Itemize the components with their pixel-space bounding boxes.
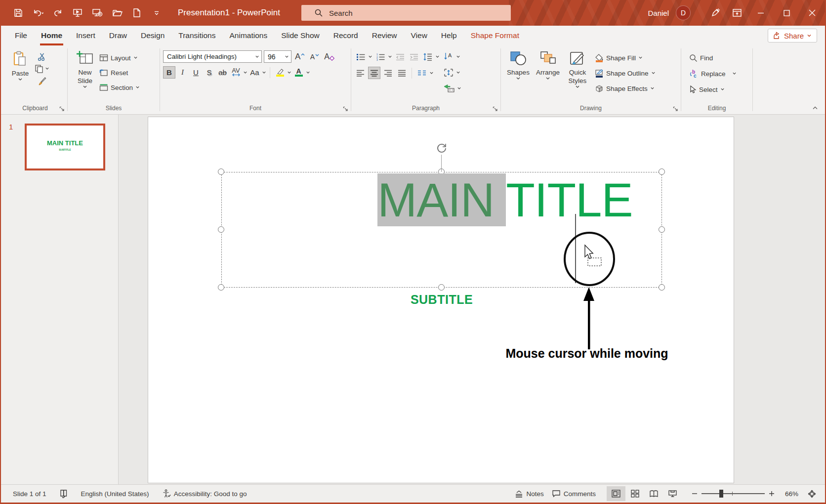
decrease-indent-button[interactable] — [394, 50, 406, 63]
account-area[interactable]: Daniel D — [648, 5, 691, 20]
columns-button[interactable] — [415, 67, 428, 79]
start-slideshow-button[interactable] — [69, 4, 86, 21]
zoom-slider-handle[interactable] — [719, 490, 723, 498]
align-center-button[interactable] — [368, 67, 380, 79]
tab-shape-format[interactable]: Shape Format — [464, 26, 526, 45]
shape-fill-button[interactable]: Shape Fill — [595, 51, 656, 64]
zoom-percentage[interactable]: 66% — [778, 490, 798, 498]
underline-button[interactable]: U — [190, 66, 202, 79]
bold-button[interactable]: B — [163, 66, 175, 79]
collapse-ribbon-button[interactable] — [812, 106, 818, 110]
normal-view-button[interactable] — [607, 486, 625, 501]
maximize-button[interactable] — [774, 0, 799, 26]
tab-transitions[interactable]: Transitions — [171, 26, 222, 45]
close-button[interactable] — [799, 0, 825, 26]
quick-styles-icon — [569, 50, 586, 66]
ribbon-display-options-button[interactable] — [726, 4, 748, 22]
tab-home[interactable]: Home — [34, 26, 69, 45]
clipboard-dialog-launcher[interactable] — [59, 106, 65, 112]
tab-animations[interactable]: Animations — [222, 26, 274, 45]
font-size-combobox[interactable]: 96 — [264, 50, 291, 63]
layout-button[interactable]: Layout — [99, 51, 140, 64]
shape-outline-button[interactable]: Shape Outline — [595, 67, 656, 80]
section-button[interactable]: Section — [99, 81, 140, 94]
fit-to-window-button[interactable] — [802, 486, 821, 501]
language-indicator[interactable]: English (United States) — [77, 490, 153, 498]
decrease-font-size-button[interactable]: A — [308, 50, 321, 63]
font-dialog-launcher[interactable] — [343, 106, 348, 112]
italic-button[interactable]: I — [176, 66, 189, 79]
copy-button[interactable] — [35, 64, 49, 73]
tab-file[interactable]: File — [8, 26, 34, 45]
font-family-combobox[interactable]: Calibri Light (Headings) — [163, 50, 262, 63]
convert-to-smartart-button[interactable] — [444, 82, 461, 95]
minimize-button[interactable] — [748, 0, 774, 26]
redo-button[interactable] — [49, 4, 66, 21]
clear-formatting-button[interactable]: A — [323, 50, 336, 63]
tab-view[interactable]: View — [404, 26, 434, 45]
numbering-button[interactable]: 123 — [374, 50, 386, 63]
search-input[interactable]: Search — [301, 5, 511, 21]
quick-styles-button[interactable]: Quick Styles — [563, 47, 592, 89]
character-spacing-button[interactable]: AV — [230, 66, 242, 79]
comments-button[interactable]: Comments — [548, 490, 600, 498]
shape-effects-button[interactable]: Shape Effects — [595, 82, 656, 95]
select-button[interactable]: Select — [689, 83, 725, 96]
zoom-out-button[interactable] — [692, 491, 698, 497]
reading-view-button[interactable] — [644, 486, 663, 501]
tab-help[interactable]: Help — [434, 26, 464, 45]
justify-button[interactable] — [396, 67, 408, 79]
tab-design[interactable]: Design — [134, 26, 171, 45]
tab-record[interactable]: Record — [327, 26, 365, 45]
text-shadow-button[interactable]: S — [203, 66, 215, 79]
change-case-button[interactable]: Aa — [248, 66, 261, 79]
format-painter-button[interactable] — [35, 76, 49, 86]
zoom-in-button[interactable] — [769, 491, 775, 497]
spell-check-button[interactable] — [55, 489, 72, 498]
text-direction-button[interactable]: A — [444, 50, 461, 63]
new-document-button[interactable] — [128, 4, 145, 21]
arrange-button[interactable]: Arrange — [534, 47, 562, 81]
share-button[interactable]: Share — [768, 29, 817, 42]
slide-thumbnail[interactable]: MAIN TITLE SUBTITLE — [25, 124, 105, 170]
slide-canvas[interactable]: MAIN TITLE SUBTITLE — [148, 117, 734, 483]
increase-indent-button[interactable] — [408, 50, 420, 63]
accessibility-checker[interactable]: Accessibility: Good to go — [158, 489, 251, 498]
paste-button[interactable]: Paste — [6, 47, 35, 82]
tab-draw[interactable]: Draw — [102, 26, 134, 45]
zoom-slider[interactable] — [702, 490, 765, 498]
align-right-button[interactable] — [382, 67, 394, 79]
undo-button[interactable] — [30, 4, 46, 21]
increase-font-size-button[interactable]: A — [293, 50, 306, 63]
drawing-dialog-launcher[interactable] — [673, 106, 678, 112]
align-left-button[interactable] — [354, 67, 367, 79]
slide-indicator[interactable]: Slide 1 of 1 — [9, 490, 50, 498]
slide-sorter-view-button[interactable] — [625, 486, 644, 501]
print-preview-button[interactable] — [89, 4, 106, 21]
whats-new-button[interactable] — [704, 4, 726, 22]
font-color-button[interactable]: A — [292, 66, 305, 79]
ribbon-display-icon — [732, 8, 742, 18]
notes-button[interactable]: Notes — [511, 490, 547, 498]
strikethrough-button[interactable]: ab — [216, 66, 229, 79]
new-slide-button[interactable]: New Slide — [71, 47, 99, 89]
line-spacing-button[interactable] — [421, 50, 434, 63]
subtitle-text[interactable]: SUBTITLE — [221, 293, 662, 307]
save-button[interactable] — [10, 4, 27, 21]
tab-review[interactable]: Review — [365, 26, 404, 45]
align-text-button[interactable] — [444, 66, 461, 79]
cut-button[interactable] — [35, 52, 49, 61]
tab-insert[interactable]: Insert — [69, 26, 102, 45]
reset-button[interactable]: Reset — [99, 66, 140, 79]
slideshow-view-button[interactable] — [663, 486, 682, 501]
replace-button[interactable]: bc Replace — [689, 67, 737, 80]
find-button[interactable]: Find — [689, 51, 713, 64]
open-file-button[interactable] — [109, 4, 125, 21]
shapes-button[interactable]: Shapes — [504, 47, 533, 81]
avatar[interactable]: D — [676, 5, 691, 20]
tab-slide-show[interactable]: Slide Show — [274, 26, 327, 45]
text-highlight-button[interactable] — [274, 66, 286, 79]
customize-qat-button[interactable] — [148, 4, 165, 21]
bullets-button[interactable] — [354, 50, 367, 63]
paragraph-dialog-launcher[interactable] — [493, 106, 498, 112]
